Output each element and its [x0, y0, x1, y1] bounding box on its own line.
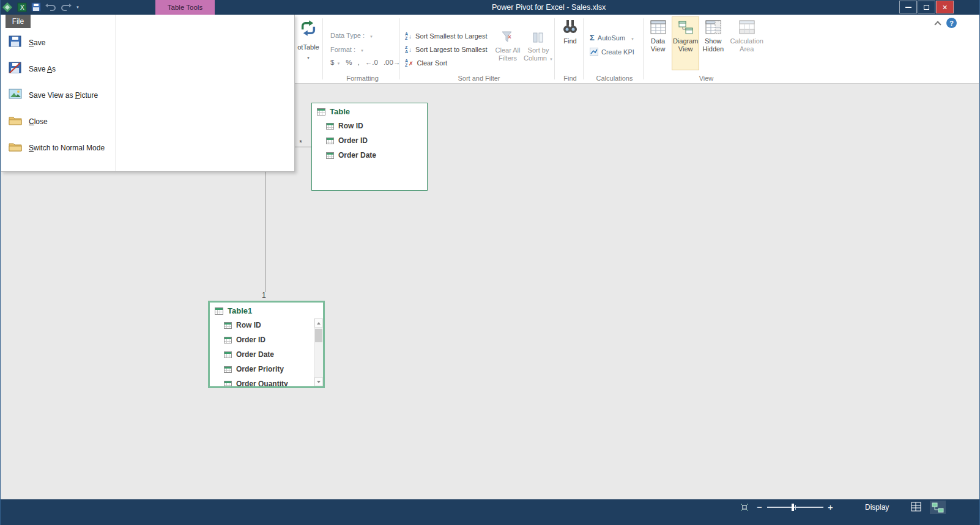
show-hidden-icon	[705, 20, 721, 35]
group-separator	[399, 18, 400, 79]
filter-icon: ×	[501, 31, 514, 44]
svg-text:X: X	[20, 4, 24, 11]
decrease-decimal-button[interactable]: ←.0	[365, 59, 378, 66]
field-row[interactable]: Row ID	[312, 119, 427, 133]
minimize-button[interactable]	[899, 1, 917, 13]
pivottable-label: otTable	[297, 43, 319, 51]
menu-item-close[interactable]: Close	[1, 108, 115, 134]
fit-to-screen-icon	[740, 502, 749, 512]
card-scrollbar[interactable]	[314, 318, 323, 386]
column-icon	[224, 381, 232, 387]
find-button[interactable]: Find	[557, 15, 584, 45]
scrollbar-thumb[interactable]	[315, 329, 322, 342]
data-view-icon	[650, 20, 666, 35]
diagram-view-button[interactable]: DiagramView	[672, 17, 699, 70]
restore-icon	[924, 5, 929, 10]
powerpivot-app-icon[interactable]	[2, 2, 13, 13]
chevron-down-icon	[367, 32, 373, 39]
autosum-button[interactable]: AutoSum	[590, 33, 634, 42]
help-icon[interactable]	[946, 18, 957, 28]
menu-item-save-as[interactable]: Save As	[1, 56, 115, 82]
column-icon	[326, 123, 334, 130]
scroll-down-button[interactable]	[314, 377, 323, 386]
sort-by-column-button[interactable]: Sort by Column	[524, 31, 553, 62]
data-type-dropdown[interactable]: Data Type :	[330, 32, 373, 39]
grid-view-button[interactable]	[911, 502, 921, 514]
column-icon	[326, 138, 334, 144]
data-view-button[interactable]: DataView	[646, 17, 670, 70]
group-label: Sort and Filter	[404, 75, 554, 82]
pivottable-button[interactable]: otTable	[294, 15, 323, 62]
calculations-group: AutoSum Create KPI Calculations	[586, 15, 643, 84]
svg-text:×: ×	[508, 34, 511, 40]
menu-item-save[interactable]: Save	[1, 29, 115, 56]
group-separator	[583, 18, 584, 79]
powerpivot-window: X Table Tools Power Pivot for Excel - Sa…	[0, 0, 980, 525]
column-icon	[224, 322, 232, 329]
clear-all-filters-button[interactable]: × Clear All Filters	[493, 31, 522, 62]
chevron-down-icon	[358, 46, 364, 53]
fit-to-screen-button[interactable]	[740, 502, 749, 515]
show-hidden-button[interactable]: ShowHidden	[701, 17, 725, 70]
format-dropdown[interactable]: Format :	[330, 46, 364, 53]
excel-icon[interactable]: X	[17, 2, 27, 12]
customize-qat-icon[interactable]	[76, 6, 80, 9]
field-row[interactable]: Order Date	[312, 148, 427, 163]
title-bar: X Table Tools Power Pivot for Excel - Sa…	[1, 0, 979, 15]
menu-item-save-view-as-picture[interactable]: Save View as Picture	[1, 82, 115, 108]
field-row[interactable]: Order Priority	[210, 362, 323, 376]
display-label: Display	[865, 503, 889, 512]
chevron-down-icon	[334, 59, 340, 66]
file-tab[interactable]: File	[6, 15, 31, 28]
minimize-icon	[905, 7, 911, 8]
field-row[interactable]: Order ID	[312, 133, 427, 148]
field-row[interactable]: Order ID	[210, 332, 323, 347]
zoom-out-button[interactable]: −	[757, 502, 762, 512]
column-icon	[224, 366, 232, 373]
group-label: Find	[557, 75, 584, 82]
zoom-in-button[interactable]: +	[828, 502, 833, 512]
window-controls	[899, 1, 954, 13]
table-card-header[interactable]: Table	[312, 103, 427, 119]
currency-button[interactable]: $	[330, 59, 340, 66]
field-row[interactable]: Order Date	[210, 347, 323, 362]
menu-item-switch-to-normal-mode[interactable]: Switch to Normal Mode	[1, 134, 115, 161]
create-kpi-button[interactable]: Create KPI	[590, 48, 634, 56]
formatting-group: Data Type : Format : $ % , ←.0 .00→ Form…	[325, 15, 399, 84]
close-button[interactable]	[936, 1, 954, 13]
save-icon[interactable]	[31, 2, 41, 12]
column-icon	[224, 351, 232, 358]
menu-divider	[115, 15, 116, 171]
diagram-view-toggle-button[interactable]	[930, 501, 946, 514]
zoom-slider-handle[interactable]	[792, 504, 794, 511]
contextual-tab-table-tools[interactable]: Table Tools	[155, 0, 215, 15]
group-label: View	[646, 75, 767, 82]
grid-view-icon	[911, 502, 921, 512]
increase-decimal-button[interactable]: .00→	[384, 59, 401, 66]
calculation-area-button[interactable]: CalculationArea	[727, 17, 767, 70]
zoom-slider[interactable]	[767, 507, 823, 508]
redo-icon[interactable]	[61, 3, 72, 12]
clear-sort-button[interactable]: Clear Sort	[405, 59, 447, 67]
chevron-down-icon	[628, 34, 634, 42]
table1-card-header[interactable]: Table1	[210, 303, 323, 318]
table-card[interactable]: Table Row ID Order ID Order Date	[311, 103, 428, 191]
field-row[interactable]: Row ID	[210, 318, 323, 332]
save-icon	[9, 35, 22, 50]
undo-icon[interactable]	[45, 3, 56, 12]
table1-card[interactable]: Table1 Row ID Order ID Order Date Order …	[208, 301, 325, 388]
diagram-view-active-icon	[932, 502, 944, 513]
scroll-up-button[interactable]	[314, 318, 323, 328]
percent-button[interactable]: %	[346, 59, 352, 66]
picture-icon	[9, 88, 22, 102]
restore-button[interactable]	[918, 1, 935, 13]
sort-descending-button[interactable]: Sort Largest to Smallest	[405, 45, 487, 54]
pivottable-group: otTable	[294, 15, 323, 84]
group-separator	[643, 18, 644, 79]
clear-sort-icon	[405, 59, 414, 67]
sort-ascending-button[interactable]: Sort Smallest to Largest	[405, 32, 487, 40]
collapse-ribbon-icon[interactable]	[935, 21, 941, 26]
field-row[interactable]: Order Quantity	[210, 376, 323, 386]
thousands-separator-button[interactable]: ,	[358, 59, 360, 66]
diagram-view-icon	[678, 20, 694, 35]
